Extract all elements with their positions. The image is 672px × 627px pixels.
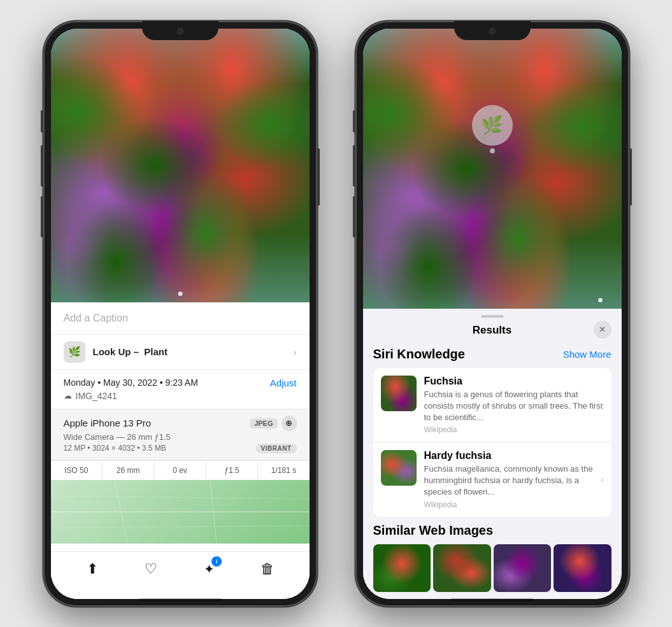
results-panel: Results ✕ Siri Knowledge Show More: [363, 309, 622, 599]
visual-intelligence-leaf-icon: 🌿: [481, 115, 503, 136]
volume-up-button[interactable]: [41, 145, 43, 187]
home-indicator-left: [139, 598, 222, 602]
meta-date-row: Monday • May 30, 2022 • 9:23 AM Adjust: [64, 377, 297, 388]
svg-line-3: [51, 496, 310, 499]
exif-shutter: 1/181 s: [258, 461, 309, 480]
left-screen-content: Add a Caption 🌿 Look Up – Plant ›: [51, 29, 310, 599]
caption-placeholder[interactable]: Add a Caption: [64, 313, 128, 323]
device-name: Apple iPhone 13 Pro: [64, 418, 152, 428]
flower-leaves-left: [51, 29, 310, 302]
meta-filename-row: ☁ IMG_4241: [64, 391, 297, 401]
hardy-fuchsia-name: Hardy fuchsia: [424, 450, 604, 461]
device-badges: JPEG ⊕: [250, 416, 296, 431]
caption-area[interactable]: Add a Caption: [51, 302, 310, 335]
mute-button[interactable]: [41, 110, 43, 132]
delete-button[interactable]: 🗑: [255, 556, 280, 582]
map-roads-svg: [51, 480, 310, 544]
knowledge-item-hardy-fuchsia[interactable]: Hardy fuchsia Fuchsia magellanica, commo…: [373, 442, 611, 517]
siri-knowledge-header: Siri Knowledge Show More: [373, 347, 611, 362]
phones-container: Add a Caption 🌿 Look Up – Plant ›: [43, 21, 629, 607]
left-phone: Add a Caption 🌿 Look Up – Plant ›: [43, 21, 317, 607]
volume-down-button-right[interactable]: [353, 196, 355, 237]
lookup-chevron-icon: ›: [294, 347, 297, 357]
lookup-subject: Plant: [144, 346, 168, 357]
lookup-icon: 🌿: [64, 341, 85, 363]
resolution-specs: 12 MP • 3024 × 4032 • 3.5 MB: [64, 444, 166, 453]
fuchsia-description: Fuchsia is a genus of flowering plants t…: [424, 389, 604, 424]
lookup-label: Look Up – Plant: [93, 346, 168, 357]
knowledge-item-fuchsia[interactable]: Fuchsia Fuchsia is a genus of flowering …: [373, 368, 611, 443]
results-header: Results ✕: [363, 318, 622, 342]
flower-photo-right[interactable]: 🌿: [363, 29, 622, 309]
info-button[interactable]: ✦ i: [196, 556, 222, 582]
cloud-icon: ☁: [64, 391, 72, 400]
share-button[interactable]: ⬆: [80, 556, 105, 582]
power-button-right[interactable]: [629, 148, 632, 206]
results-title: Results: [473, 324, 511, 337]
lookup-bold: Look Up –: [93, 346, 139, 357]
exif-iso: ISO 50: [51, 461, 103, 480]
results-content[interactable]: Siri Knowledge Show More Fuchsia Fuchsia…: [363, 342, 622, 599]
map-area[interactable]: [51, 480, 310, 544]
favorite-button[interactable]: ♡: [138, 556, 164, 582]
power-button[interactable]: [317, 148, 320, 206]
leaf-icon: 🌿: [68, 346, 81, 358]
vibrant-badge: VIBRANT: [256, 444, 297, 453]
right-phone: 🌿 Results ✕ Siri Knowledge: [355, 21, 629, 607]
mute-button-right[interactable]: [353, 110, 355, 132]
flower-photo-left[interactable]: [51, 29, 310, 302]
format-badge: JPEG: [250, 418, 277, 428]
lookup-row[interactable]: 🌿 Look Up – Plant ›: [51, 335, 310, 370]
volume-down-button[interactable]: [41, 196, 43, 237]
camera-specs: Wide Camera — 26 mm ƒ1.5: [64, 432, 297, 442]
fuchsia-source: Wikipedia: [424, 425, 604, 434]
left-phone-screen: Add a Caption 🌿 Look Up – Plant ›: [51, 29, 310, 599]
volume-up-button-right[interactable]: [353, 145, 355, 187]
fuchsia-chevron-icon: ›: [600, 399, 603, 411]
show-more-button[interactable]: Show More: [563, 349, 611, 360]
visual-intelligence-circle: 🌿: [472, 105, 513, 146]
exif-ev: 0 ev: [154, 461, 206, 480]
flower-leaves-right: [363, 29, 622, 309]
device-top-row: Apple iPhone 13 Pro JPEG ⊕: [64, 416, 297, 431]
hardy-fuchsia-source: Wikipedia: [424, 500, 604, 509]
knowledge-card: Fuchsia Fuchsia is a genus of flowering …: [373, 368, 611, 517]
right-screen-content: 🌿 Results ✕ Siri Knowledge: [363, 29, 622, 599]
visual-intelligence-dot: [490, 148, 495, 153]
hardy-fuchsia-text: Hardy fuchsia Fuchsia magellanica, commo…: [424, 450, 604, 509]
hardy-fuchsia-description: Fuchsia magellanica, commonly known as t…: [424, 463, 604, 498]
page-indicator-right: [598, 298, 603, 302]
trash-icon: 🗑: [261, 561, 275, 577]
svg-line-4: [51, 526, 310, 528]
specs-row2: 12 MP • 3024 × 4032 • 3.5 MB VIBRANT: [64, 444, 297, 453]
meta-row: Monday • May 30, 2022 • 9:23 AM Adjust ☁…: [51, 370, 310, 409]
heart-icon: ♡: [145, 561, 157, 577]
device-row: Apple iPhone 13 Pro JPEG ⊕ Wide Camera —…: [51, 409, 310, 460]
hardy-fuchsia-chevron-icon: ›: [600, 474, 603, 485]
similar-images-title: Similar Web Images: [373, 523, 611, 538]
fuchsia-thumbnail: [381, 376, 417, 411]
results-close-button[interactable]: ✕: [594, 321, 611, 339]
page-indicator-left: [178, 292, 182, 296]
similar-image-1[interactable]: [373, 544, 431, 592]
share-icon: ⬆: [87, 561, 98, 577]
info-badge: i: [211, 556, 222, 567]
home-indicator-right: [451, 598, 534, 602]
location-badge: ⊕: [282, 416, 297, 431]
similar-image-4[interactable]: [554, 544, 611, 592]
fuchsia-text: Fuchsia Fuchsia is a genus of flowering …: [424, 376, 604, 435]
siri-knowledge-title: Siri Knowledge: [373, 347, 465, 362]
bottom-toolbar: ⬆ ♡ ✦ i 🗑: [51, 551, 310, 599]
similar-images-grid: [373, 544, 611, 592]
exif-focal: 26 mm: [103, 461, 154, 480]
similar-image-2[interactable]: [433, 544, 491, 592]
similar-image-3[interactable]: [494, 544, 552, 592]
right-phone-screen: 🌿 Results ✕ Siri Knowledge: [363, 29, 622, 599]
filename: IMG_4241: [76, 391, 117, 401]
adjust-button[interactable]: Adjust: [270, 377, 297, 388]
exif-row: ISO 50 26 mm 0 ev ƒ1.5 1/181 s: [51, 460, 310, 480]
meta-date: Monday • May 30, 2022 • 9:23 AM: [64, 377, 198, 388]
hardy-fuchsia-thumbnail: [381, 450, 417, 486]
similar-images-section: Similar Web Images: [373, 523, 611, 592]
fuchsia-name: Fuchsia: [424, 376, 604, 387]
